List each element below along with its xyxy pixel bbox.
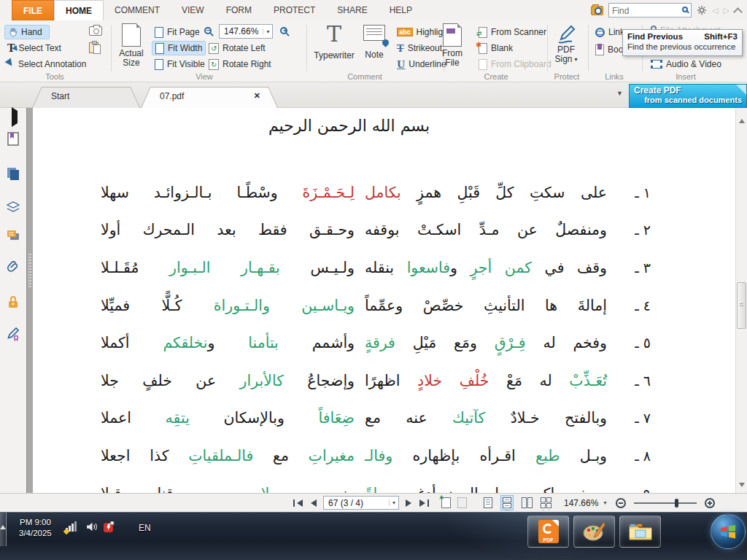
volume-tray-icon[interactable] (86, 521, 98, 532)
note-button[interactable]: Note (359, 25, 390, 60)
next-page-button[interactable] (406, 499, 411, 507)
hand-tool-button[interactable]: Hand (4, 25, 50, 39)
foxit-pdf-icon: PDF (538, 520, 559, 543)
bookmarks-panel-icon[interactable] (6, 131, 20, 146)
from-scanner-button[interactable]: ⇄ From Scanner (476, 25, 549, 39)
create-pdf-banner[interactable]: Create PDF from scanned documents (629, 84, 747, 108)
hemistich-left: ونحو وصلا مع قنا قبلا (101, 485, 355, 493)
fit-visible-button[interactable]: Fit Visible (152, 57, 208, 71)
find-next-button[interactable]: ▷ (724, 6, 729, 15)
search-icon[interactable] (682, 7, 688, 12)
rotate-right-button[interactable]: Rotate Right (206, 57, 274, 71)
comments-panel-icon[interactable] (6, 229, 20, 244)
find-input[interactable] (609, 4, 672, 18)
previous-page-button[interactable] (311, 499, 317, 507)
ribbon-tab-share[interactable]: SHARE (326, 0, 378, 20)
ribbon-tab-help[interactable]: HELP (379, 0, 423, 20)
zoom-slider-handle[interactable] (675, 499, 678, 508)
layers-panel-icon[interactable] (6, 200, 20, 214)
language-indicator[interactable]: EN (139, 523, 151, 533)
find-previous-button[interactable]: ◁ (712, 6, 718, 15)
verse-list: ١ ـعلى سكتِ كلِّ قَبْلِ همزٍ بكامللِـحَـ… (33, 174, 735, 493)
verse-segment: وسْطًـا بـالـزوائـد سهلا (101, 184, 303, 201)
ribbon-tab-form[interactable]: FORM (215, 0, 263, 20)
ribbon-tab-view[interactable]: VIEW (171, 0, 215, 20)
typewriter-button[interactable]: T Typewriter (312, 23, 356, 61)
find-box[interactable] (608, 3, 692, 18)
expand-panel-icon[interactable] (6, 111, 20, 125)
pdf-sign-button[interactable]: PDF Sign ▾ (551, 23, 581, 64)
fit-width-label: Fit Width (168, 43, 202, 53)
actual-size-button[interactable]: Actual Size (115, 23, 147, 68)
network-tray-icon[interactable] (66, 521, 79, 533)
previous-view-icon[interactable] (441, 497, 451, 508)
ribbon-tab-comment[interactable]: COMMENT (104, 0, 171, 20)
scrollbar-thumb[interactable] (737, 282, 746, 329)
single-page-view-icon[interactable] (484, 497, 492, 508)
zoom-in-button[interactable] (705, 498, 715, 508)
select-annotation-button[interactable]: Select Annotation (4, 57, 89, 71)
taskbar-paint-button[interactable] (573, 516, 615, 548)
tab-document[interactable]: 07.pdf ✕ (141, 87, 278, 108)
banner-line2: from scanned documents (634, 96, 742, 104)
fit-width-button[interactable]: Fit Width (152, 41, 206, 55)
tab-start[interactable]: Start (32, 87, 140, 108)
pdf-page[interactable]: بسم الله الرحمن الرحيم ١ ـعلى سكتِ كلِّ … (33, 108, 735, 493)
zoom-out-icon[interactable]: − (204, 27, 212, 34)
page-number-combo[interactable]: 67 (3 / 4) ▾ (323, 496, 399, 510)
attachments-panel-icon[interactable] (6, 260, 20, 274)
ribbon-tab-file[interactable]: FILE (12, 0, 54, 20)
zoom-out-button[interactable] (616, 498, 626, 508)
zoom-slider[interactable] (634, 498, 697, 508)
verse-segment: اعملا (101, 409, 166, 427)
fit-page-button[interactable]: Fit Page (152, 25, 203, 39)
show-desktop-button[interactable] (0, 513, 7, 546)
tab-list-caret-icon[interactable]: ▼ (616, 90, 623, 97)
ribbon-tab-protect[interactable]: PROTECT (263, 0, 326, 20)
gear-icon[interactable] (697, 5, 707, 15)
zoom-combo[interactable]: 147.66% ▾ (219, 24, 273, 39)
group-label-protect: Protect (549, 72, 585, 81)
fit-page-label: Fit Page (167, 27, 200, 37)
start-button[interactable] (711, 514, 746, 549)
pages-panel-icon[interactable] (6, 166, 20, 181)
scroll-up-icon[interactable] (739, 116, 745, 123)
vertical-scrollbar[interactable]: ÷ (735, 96, 747, 493)
ribbon-tab-home[interactable]: HOME (54, 0, 104, 20)
verse-segment: بنقله (365, 259, 407, 276)
taskbar-foxit-button[interactable]: PDF (527, 516, 569, 548)
rotate-left-button[interactable]: Rotate Left (206, 41, 268, 55)
taskbar-clock[interactable]: PM 9:00 3/4/2025 (19, 517, 52, 539)
first-page-button[interactable] (293, 499, 303, 507)
verse-segment: بكامل (365, 184, 401, 201)
audio-video-button[interactable]: Audio & Video (648, 57, 724, 71)
snapshot-icon[interactable] (89, 26, 102, 36)
signature-panel-icon[interactable] (6, 327, 20, 341)
select-text-button[interactable]: T Select Text (4, 41, 64, 55)
verse-number: ٨ ـ (617, 448, 651, 464)
paste-icon[interactable] (89, 42, 98, 53)
status-zoom-caret-icon[interactable]: ▾ (603, 499, 606, 506)
verse-line: ٤ ـإمالةَ ها التأنيثِ خصِّصْ وعمِّماًويـ… (33, 287, 735, 324)
verse-segment: فالـملقياتِ (188, 447, 253, 464)
security-panel-icon[interactable] (6, 295, 20, 309)
taskbar-explorer-button[interactable] (619, 516, 661, 548)
continuous-view-selected[interactable] (500, 495, 514, 510)
zoom-in-icon[interactable]: + (280, 27, 287, 34)
power-alert-tray-icon[interactable] (104, 521, 115, 533)
facing-view-icon[interactable] (522, 497, 533, 508)
select-text-icon: T (7, 42, 15, 54)
panel-divider[interactable] (26, 108, 33, 493)
last-page-button[interactable] (419, 499, 429, 507)
scroll-down-icon[interactable] (739, 483, 745, 490)
close-tab-icon[interactable]: ✕ (254, 91, 260, 101)
verse-segment: فِـرْقٍ (495, 334, 526, 351)
continuous-facing-view-icon[interactable] (541, 497, 551, 508)
search-folder-icon[interactable] (591, 6, 603, 15)
zoom-caret-icon[interactable]: ▾ (263, 28, 272, 35)
verse-segment: نخلقكم (163, 334, 207, 351)
from-file-button[interactable]: From File (438, 23, 467, 68)
page-combo-caret-icon[interactable]: ▾ (389, 499, 398, 506)
collapse-ribbon-icon[interactable] (733, 7, 743, 17)
blank-button[interactable]: ✱ Blank (476, 41, 516, 55)
